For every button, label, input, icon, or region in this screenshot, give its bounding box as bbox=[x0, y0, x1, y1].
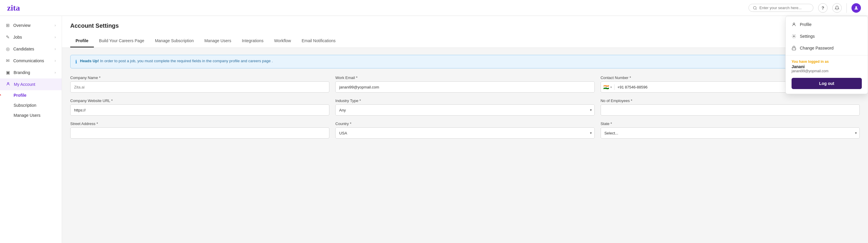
country-select[interactable]: USA India UK bbox=[335, 128, 594, 139]
flag-icon: 🇮🇳 bbox=[603, 84, 609, 90]
alert-text: Heads Up! In order to post a job, you mu… bbox=[80, 59, 273, 63]
lock-menu-icon bbox=[792, 46, 796, 50]
form-row-2: Company Website URL * Industry Type * An… bbox=[70, 99, 860, 115]
sidebar-sub-item-subscription[interactable]: Subscription bbox=[0, 100, 62, 110]
form-group-company-name: Company Name * bbox=[70, 75, 329, 93]
industry-select-wrapper: Any Technology Finance Healthcare ▾ bbox=[335, 104, 594, 115]
sidebar-sub-item-profile[interactable]: Profile bbox=[0, 90, 62, 100]
heads-up-alert: ℹ Heads Up! In order to post a job, you … bbox=[70, 55, 860, 68]
industry-label: Industry Type * bbox=[335, 99, 594, 103]
communications-icon: ✉ bbox=[6, 58, 10, 63]
user-display-email: janani99@yopmail.com bbox=[792, 69, 862, 73]
company-name-label: Company Name * bbox=[70, 75, 329, 80]
chevron-right-icon: › bbox=[55, 70, 56, 75]
my-account-icon bbox=[6, 82, 10, 87]
tab-manage-users[interactable]: Manage Users bbox=[199, 35, 237, 47]
country-label: Country * bbox=[335, 122, 594, 126]
branding-icon: ▣ bbox=[6, 70, 10, 75]
help-icon: ? bbox=[822, 5, 824, 10]
sidebar-item-candidates[interactable]: ◎ Candidates › bbox=[0, 43, 62, 55]
nav-divider bbox=[846, 3, 847, 13]
svg-point-3 bbox=[7, 82, 9, 84]
app-logo: zita bbox=[7, 3, 20, 13]
form-group-industry: Industry Type * Any Technology Finance H… bbox=[335, 99, 594, 115]
state-select[interactable]: Select... bbox=[600, 128, 860, 139]
sidebar-label-overview: Overview bbox=[13, 23, 30, 28]
page-title: Account Settings bbox=[70, 23, 119, 29]
tab-workflow[interactable]: Workflow bbox=[269, 35, 296, 47]
user-icon bbox=[854, 6, 859, 10]
red-arrow-side-icon bbox=[0, 90, 1, 99]
dropdown-item-change-password[interactable]: Change Password bbox=[786, 42, 868, 54]
work-email-label: Work Email * bbox=[335, 75, 594, 80]
sidebar-item-my-account[interactable]: My Account bbox=[0, 78, 62, 90]
main-layout: ⊞ Overview › ✎ Jobs › ◎ Candidates › ✉ C… bbox=[0, 16, 868, 243]
svg-point-6 bbox=[793, 36, 795, 37]
search-box[interactable] bbox=[748, 4, 813, 12]
industry-select[interactable]: Any Technology Finance Healthcare bbox=[335, 104, 594, 115]
svg-point-0 bbox=[753, 6, 756, 9]
chevron-right-icon: › bbox=[55, 59, 56, 63]
sidebar-label-my-account: My Account bbox=[14, 82, 35, 87]
user-avatar-button[interactable] bbox=[851, 3, 861, 13]
search-icon bbox=[753, 6, 757, 10]
bell-icon bbox=[835, 6, 839, 10]
sidebar-item-communications[interactable]: ✉ Communications › bbox=[0, 55, 62, 67]
svg-point-2 bbox=[855, 6, 857, 8]
tab-integrations[interactable]: Integrations bbox=[237, 35, 269, 47]
form-group-work-email: Work Email * bbox=[335, 75, 594, 93]
candidates-icon: ◎ bbox=[6, 46, 10, 51]
dropdown-divider bbox=[786, 55, 868, 56]
main-content: Account Settings Profile Profile bbox=[62, 16, 868, 243]
jobs-icon: ✎ bbox=[6, 35, 10, 40]
topnav-right-section: ? bbox=[748, 3, 861, 13]
tab-email-notifications[interactable]: Email Notifications bbox=[296, 35, 341, 47]
svg-line-1 bbox=[756, 8, 757, 9]
logout-button[interactable]: Log out bbox=[792, 78, 862, 89]
top-navigation: zita ? bbox=[0, 0, 868, 16]
dropdown-item-profile[interactable]: Profile bbox=[786, 19, 868, 30]
dropdown-item-settings[interactable]: Settings bbox=[786, 30, 868, 42]
profile-menu-label: Profile bbox=[800, 22, 812, 27]
employees-label: No of Employees * bbox=[600, 99, 860, 103]
form-group-website: Company Website URL * bbox=[70, 99, 329, 115]
change-password-menu-label: Change Password bbox=[800, 46, 834, 50]
company-name-input[interactable] bbox=[70, 81, 329, 93]
phone-flag-selector[interactable]: 🇮🇳 ▾ bbox=[601, 84, 615, 90]
sidebar-label-candidates: Candidates bbox=[13, 46, 34, 51]
chevron-right-icon: › bbox=[55, 47, 56, 51]
website-input[interactable] bbox=[70, 104, 329, 115]
logout-button-wrap: Log out bbox=[786, 74, 868, 94]
info-icon: ℹ bbox=[75, 59, 77, 65]
form-group-country: Country * USA India UK ▾ bbox=[335, 122, 594, 139]
sidebar-item-jobs[interactable]: ✎ Jobs › bbox=[0, 31, 62, 43]
chevron-right-icon: › bbox=[55, 35, 56, 39]
work-email-input[interactable] bbox=[335, 81, 594, 93]
chevron-right-icon: › bbox=[55, 23, 56, 27]
user-display-name: Janani bbox=[792, 64, 862, 69]
form-area: ℹ Heads Up! In order to post a job, you … bbox=[62, 48, 868, 151]
notifications-button[interactable] bbox=[832, 3, 842, 13]
street-input[interactable] bbox=[70, 128, 329, 139]
profile-menu-icon bbox=[792, 22, 796, 27]
tab-build-careers[interactable]: Build Your Careers Page bbox=[94, 35, 150, 47]
logged-in-text: You have logged in as bbox=[792, 60, 862, 64]
overview-icon: ⊞ bbox=[6, 23, 10, 28]
sidebar-sub-item-manage-users[interactable]: Manage Users bbox=[0, 110, 62, 120]
sidebar-sub-label-subscription: Subscription bbox=[13, 103, 36, 108]
flag-dropdown-arrow: ▾ bbox=[610, 85, 612, 89]
help-button[interactable]: ? bbox=[818, 3, 828, 13]
tab-profile[interactable]: Profile bbox=[70, 35, 94, 47]
sidebar-item-branding[interactable]: ▣ Branding › bbox=[0, 67, 62, 78]
search-input[interactable] bbox=[760, 6, 807, 10]
settings-menu-label: Settings bbox=[800, 34, 815, 39]
tab-manage-subscription[interactable]: Manage Subscription bbox=[150, 35, 199, 47]
user-info-section: You have logged in as Janani janani99@yo… bbox=[786, 57, 868, 74]
street-label: Street Address * bbox=[70, 122, 329, 126]
employees-input[interactable] bbox=[600, 104, 860, 115]
svg-point-5 bbox=[793, 23, 795, 25]
sidebar-item-overview[interactable]: ⊞ Overview › bbox=[0, 20, 62, 31]
website-label: Company Website URL * bbox=[70, 99, 329, 103]
settings-menu-icon bbox=[792, 34, 796, 39]
state-select-wrapper: Select... ▾ bbox=[600, 128, 860, 139]
